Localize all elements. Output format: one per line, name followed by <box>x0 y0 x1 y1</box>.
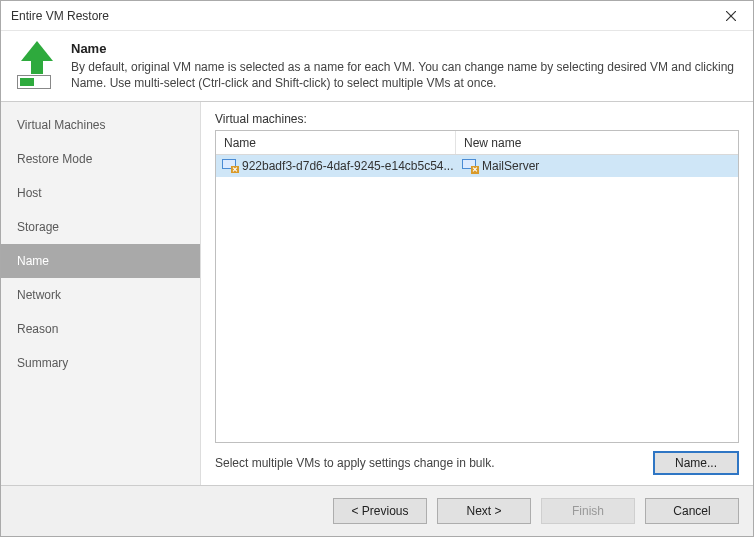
cell-name: ✕ 922badf3-d7d6-4daf-9245-e14cb5c54... <box>216 159 456 173</box>
restore-arrow-icon <box>15 41 59 89</box>
title-bar: Entire VM Restore <box>1 1 753 31</box>
window-title: Entire VM Restore <box>11 9 109 23</box>
banner-description: By default, original VM name is selected… <box>71 59 739 91</box>
previous-button[interactable]: < Previous <box>333 498 427 524</box>
column-header-new-name[interactable]: New name <box>456 131 738 154</box>
name-button[interactable]: Name... <box>653 451 739 475</box>
grid-body: ✕ 922badf3-d7d6-4daf-9245-e14cb5c54... ✕… <box>216 155 738 442</box>
sidebar-step-storage[interactable]: Storage <box>1 210 200 244</box>
main-area: Virtual Machines Restore Mode Host Stora… <box>1 102 753 485</box>
next-button[interactable]: Next > <box>437 498 531 524</box>
table-row[interactable]: ✕ 922badf3-d7d6-4daf-9245-e14cb5c54... ✕… <box>216 155 738 177</box>
cancel-button[interactable]: Cancel <box>645 498 739 524</box>
vm-list-label: Virtual machines: <box>215 112 739 126</box>
hint-row: Select multiple VMs to apply settings ch… <box>215 443 739 475</box>
wizard-sidebar: Virtual Machines Restore Mode Host Stora… <box>1 102 201 485</box>
vm-grid: Name New name ✕ 922badf3-d7d6-4daf-9245-… <box>215 130 739 443</box>
header-banner: Name By default, original VM name is sel… <box>1 31 753 102</box>
wizard-footer: < Previous Next > Finish Cancel <box>1 485 753 536</box>
grid-header: Name New name <box>216 131 738 155</box>
sidebar-step-name[interactable]: Name <box>1 244 200 278</box>
sidebar-step-host[interactable]: Host <box>1 176 200 210</box>
sidebar-step-reason[interactable]: Reason <box>1 312 200 346</box>
banner-heading: Name <box>71 41 739 56</box>
cell-new-name: ✕ MailServer <box>456 159 738 173</box>
finish-button: Finish <box>541 498 635 524</box>
vm-icon: ✕ <box>462 159 478 173</box>
sidebar-step-restore-mode[interactable]: Restore Mode <box>1 142 200 176</box>
content-pane: Virtual machines: Name New name ✕ 922bad… <box>201 102 753 485</box>
sidebar-step-network[interactable]: Network <box>1 278 200 312</box>
close-button[interactable] <box>709 1 753 31</box>
vm-icon: ✕ <box>222 159 238 173</box>
column-header-name[interactable]: Name <box>216 131 456 154</box>
sidebar-step-virtual-machines[interactable]: Virtual Machines <box>1 108 200 142</box>
bulk-hint: Select multiple VMs to apply settings ch… <box>215 456 494 470</box>
close-icon <box>726 11 736 21</box>
sidebar-step-summary[interactable]: Summary <box>1 346 200 380</box>
